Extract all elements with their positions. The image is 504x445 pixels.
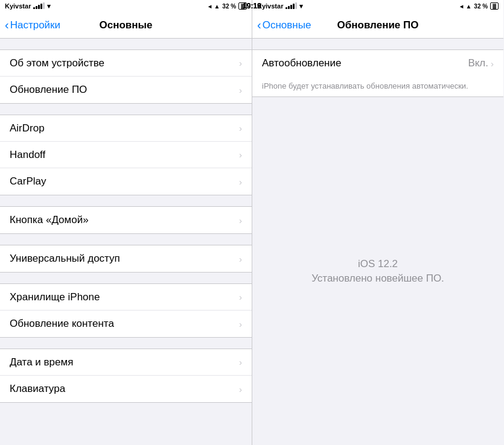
battery-right: 32 % — [474, 3, 488, 10]
chevron-icon-9: › — [239, 319, 242, 329]
auto-update-right: Вкл. › — [468, 57, 494, 69]
item-home-button-right: › — [239, 215, 242, 226]
left-panel: Kyivstar ▾ 19:19 ◂ ▲ 32 % ▓ ‹ Настройки … — [0, 0, 252, 445]
item-storage-label: Хранилище iPhone — [10, 291, 100, 303]
item-carplay[interactable]: CarPlay › — [0, 168, 252, 195]
chevron-icon-5: › — [239, 177, 242, 187]
chevron-icon-4: › — [239, 150, 242, 160]
back-button-right[interactable]: ‹ Основные — [257, 19, 311, 31]
status-bar-right: Kyivstar ▾ 19:19 ◂ ▲ 32 % ▓ — [252, 0, 503, 12]
chevron-icon-11: › — [239, 384, 242, 394]
back-label-right: Основные — [263, 19, 311, 31]
item-content-update-label: Обновление контента — [10, 318, 114, 330]
item-carplay-right: › — [239, 177, 242, 187]
back-button-left[interactable]: ‹ Настройки — [5, 19, 60, 31]
item-device-info[interactable]: Об этом устройстве › — [0, 50, 252, 77]
location-icon-right: ◂ — [460, 3, 463, 10]
auto-update-label: Автообновление — [262, 57, 341, 69]
auto-update-section: Автообновление Вкл. › iPhone будет устан… — [252, 49, 503, 97]
item-accessibility[interactable]: Универсальный доступ › — [0, 245, 252, 272]
item-content-update[interactable]: Обновление контента › — [0, 311, 252, 337]
list-group-3: Кнопка «Домой» › — [0, 206, 252, 234]
ios-version-section: iOS 12.2 Установлено новейшее ПО. — [252, 97, 503, 445]
signal-icon-right — [285, 3, 297, 9]
signal-percent-left: ▲ — [214, 3, 220, 10]
list-group-1: Об этом устройстве › Обновление ПО › — [0, 49, 252, 104]
status-left: Kyivstar ▾ — [5, 2, 51, 10]
chevron-icon-8: › — [239, 292, 242, 302]
item-accessibility-label: Универсальный доступ — [10, 253, 120, 265]
item-datetime[interactable]: Дата и время › — [0, 349, 252, 376]
status-bar-left: Kyivstar ▾ 19:19 ◂ ▲ 32 % ▓ — [0, 0, 252, 12]
item-keyboard-label: Клавиатура — [10, 383, 65, 395]
item-datetime-right: › — [239, 357, 242, 367]
item-carplay-label: CarPlay — [10, 175, 46, 188]
nav-title-right: Обновление ПО — [337, 19, 419, 31]
item-device-info-right: › — [239, 58, 242, 68]
item-datetime-label: Дата и время — [10, 356, 73, 368]
chevron-icon-3: › — [239, 123, 242, 133]
list-group-2: AirDrop › Handoff › CarPlay › — [0, 115, 252, 195]
list-group-5: Хранилище iPhone › Обновление контента › — [0, 283, 252, 338]
ios-version-message: Установлено новейшее ПО. — [311, 273, 444, 285]
nav-title-left: Основные — [99, 19, 152, 31]
status-left-right: Kyivstar ▾ — [257, 2, 303, 10]
list-group-4: Универсальный доступ › — [0, 245, 252, 273]
back-label-left: Настройки — [10, 19, 60, 31]
auto-update-chevron: › — [491, 58, 494, 69]
auto-update-row[interactable]: Автообновление Вкл. › — [252, 50, 503, 77]
item-handoff[interactable]: Handoff › — [0, 142, 252, 168]
wifi-icon-right: ▾ — [299, 2, 303, 10]
item-airdrop-right: › — [239, 123, 242, 133]
list-group-6: Дата и время › Клавиатура › — [0, 349, 252, 403]
scroll-area-left: Об этом устройстве › Обновление ПО › Air… — [0, 39, 252, 445]
time-right: 19:19 — [252, 2, 261, 10]
signal-percent-right: ▲ — [465, 3, 471, 10]
right-panel-scroll: Автообновление Вкл. › iPhone будет устан… — [252, 39, 503, 445]
item-software-update-right: › — [239, 85, 242, 95]
right-panel: Kyivstar ▾ 19:19 ◂ ▲ 32 % ▓ ‹ Основные О… — [252, 0, 503, 445]
chevron-icon: › — [239, 58, 242, 68]
item-handoff-right: › — [239, 150, 242, 160]
auto-update-value: Вкл. — [468, 57, 488, 69]
item-storage[interactable]: Хранилище iPhone › — [0, 284, 252, 311]
nav-bar-left: ‹ Настройки Основные — [0, 12, 252, 39]
back-chevron-left: ‹ — [5, 19, 9, 31]
carrier-left: Kyivstar — [5, 2, 31, 10]
location-icon-left: ◂ — [208, 3, 211, 10]
item-keyboard-right: › — [239, 384, 242, 394]
back-chevron-right: ‹ — [257, 19, 261, 31]
wifi-icon-left: ▾ — [47, 2, 51, 10]
ios-version-number: iOS 12.2 — [358, 258, 398, 270]
item-keyboard[interactable]: Клавиатура › — [0, 376, 252, 402]
signal-icon-left — [33, 3, 45, 9]
item-home-button-label: Кнопка «Домой» — [10, 214, 89, 226]
nav-bar-right: ‹ Основные Обновление ПО — [252, 12, 503, 39]
battery-left: 32 % — [222, 3, 236, 10]
chevron-icon-10: › — [239, 357, 242, 367]
status-right-left: ◂ ▲ 32 % ▓ — [208, 2, 247, 10]
item-home-button[interactable]: Кнопка «Домой» › — [0, 207, 252, 233]
item-storage-right: › — [239, 292, 242, 302]
chevron-icon-2: › — [239, 85, 242, 95]
item-device-info-label: Об этом устройстве — [10, 57, 104, 69]
chevron-icon-7: › — [239, 254, 242, 264]
item-handoff-label: Handoff — [10, 149, 45, 161]
item-airdrop-label: AirDrop — [10, 122, 45, 134]
item-accessibility-right: › — [239, 254, 242, 264]
auto-update-description: iPhone будет устанавливать обновления ав… — [252, 77, 503, 96]
item-software-update-label: Обновление ПО — [10, 84, 87, 96]
item-content-update-right: › — [239, 319, 242, 329]
battery-icon-right: ▓ — [490, 2, 499, 10]
status-right-right: ◂ ▲ 32 % ▓ — [460, 2, 499, 10]
chevron-icon-6: › — [239, 215, 242, 226]
item-airdrop[interactable]: AirDrop › — [0, 115, 252, 142]
item-software-update[interactable]: Обновление ПО › — [0, 77, 252, 103]
